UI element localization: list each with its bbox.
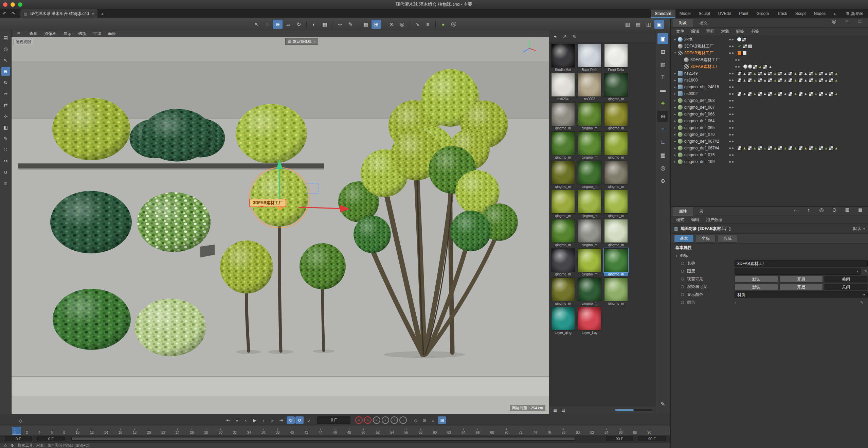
material-thumbnail[interactable]	[551, 248, 575, 272]
pingpong-icon[interactable]: ↺	[295, 416, 304, 424]
uvw-tag-icon[interactable]	[798, 71, 803, 76]
layout-tab[interactable]: Model	[675, 10, 695, 18]
tristate-option[interactable]: 开启	[779, 284, 823, 290]
texture-tag-icon[interactable]: ▲	[814, 92, 818, 96]
load-material-icon[interactable]: ↗	[561, 32, 569, 40]
texture-tag-icon[interactable]: ▲	[824, 78, 828, 83]
attribute-menu-item[interactable]: 模式	[673, 217, 688, 223]
quad-view-icon[interactable]: ⊞	[657, 46, 668, 57]
layout-tab[interactable]: Script	[791, 10, 810, 18]
menu-display[interactable]: 显示	[60, 31, 75, 37]
uvw-tag-icon[interactable]	[809, 71, 813, 76]
object-row[interactable]: ▸qingmo_def_064	[671, 118, 868, 124]
uvw-tag-icon[interactable]	[763, 65, 767, 69]
texture-tag-icon[interactable]: ▲	[763, 78, 767, 83]
visibility-dots[interactable]	[735, 59, 743, 61]
uvw-tag-icon[interactable]	[809, 92, 813, 96]
material-thumbnail[interactable]	[578, 190, 601, 214]
visibility-dots[interactable]	[729, 113, 737, 115]
object-row[interactable]: ▸qingmo_def_063	[671, 97, 868, 104]
range-start-field-2[interactable]: 0 F	[37, 436, 65, 441]
range-scrollbar[interactable]	[71, 437, 575, 441]
material-item[interactable]: Layer_Lay	[577, 307, 602, 335]
texture-tag-icon[interactable]: ▲	[803, 78, 808, 83]
material-item[interactable]: qingmo_m	[550, 102, 576, 130]
object-row[interactable]: ▾3DFAB素材工厂	[671, 50, 868, 56]
menu-icon[interactable]: ≣	[855, 205, 865, 214]
material-item[interactable]: qingmo_m	[577, 131, 602, 159]
uvw-tag-icon[interactable]	[737, 146, 742, 150]
render-queue-icon[interactable]: ▤	[633, 20, 643, 29]
axis-icon[interactable]: ⊹	[1, 112, 10, 121]
render-token-icon[interactable]: ◫	[644, 20, 653, 29]
uvw-tag-icon[interactable]	[737, 71, 742, 76]
object-name[interactable]: 3DFAB素材工厂	[684, 43, 729, 49]
layout-tab[interactable]: Paint	[735, 10, 752, 18]
attribute-tab-active[interactable]: 基本	[674, 235, 694, 243]
visibility-dots[interactable]	[729, 52, 737, 54]
uvw-tag-icon[interactable]	[778, 71, 782, 76]
menu-filter[interactable]: 过滤	[90, 31, 105, 37]
brush-icon[interactable]: ▬	[657, 85, 668, 96]
prev-key-icon[interactable]: «	[233, 416, 241, 424]
go-start-icon[interactable]: ⇤	[224, 416, 232, 424]
visibility-dots[interactable]	[729, 134, 737, 136]
object-name[interactable]: 3DFAB素材工厂	[684, 50, 729, 56]
expand-toggle-icon[interactable]: ▾	[673, 51, 677, 55]
object-menu-item[interactable]: 查看	[703, 29, 718, 34]
visibility-dots[interactable]	[729, 100, 737, 102]
material-item[interactable]: qingmo_m	[577, 248, 602, 276]
keyframe-selection-icon[interactable]: ◇	[412, 416, 420, 424]
object-name[interactable]: 3DFAB素材工厂	[690, 64, 735, 70]
tile-grid-icon[interactable]: ▦	[361, 20, 370, 29]
texture-tag-icon[interactable]: ▲	[753, 92, 757, 96]
material-thumbnail[interactable]	[551, 219, 575, 243]
record-parameter-icon[interactable]: •	[399, 416, 407, 424]
uvw-tag-icon[interactable]	[758, 146, 762, 150]
material-thumbnail[interactable]	[604, 73, 628, 97]
workplane-icon[interactable]: ◧	[1, 123, 10, 132]
texture-tag-icon[interactable]: ▲	[758, 65, 762, 69]
text-tool-icon[interactable]: T	[657, 72, 668, 83]
texture-tag-icon[interactable]: ▲	[773, 92, 777, 96]
tab-attributes[interactable]: 属性	[673, 207, 693, 216]
visibility-dots[interactable]	[729, 120, 737, 122]
texture-tag-icon[interactable]: ▲	[753, 78, 757, 83]
uvw-tag-icon[interactable]	[758, 71, 762, 76]
object-name[interactable]: qingmo_def_064	[684, 119, 729, 123]
expand-toggle-icon[interactable]: ▸	[673, 38, 677, 41]
menu-camera[interactable]: 摄像机	[41, 31, 60, 37]
material-item[interactable]: qingmo_m	[577, 219, 602, 247]
material-item[interactable]: qingmo_m	[550, 248, 576, 276]
material-item[interactable]: qingmo_m	[577, 277, 602, 305]
uvw-tag-icon[interactable]	[737, 78, 742, 83]
material-thumbnail[interactable]	[578, 307, 601, 330]
material-thumbnail[interactable]	[551, 190, 575, 214]
tag-icon[interactable]	[742, 51, 747, 55]
object-name[interactable]: qingmo_def_065	[684, 125, 729, 130]
back-icon[interactable]: ←	[791, 205, 800, 214]
object-name[interactable]: qingmo_def_015	[684, 153, 729, 157]
material-item[interactable]: qingmo_m	[577, 102, 602, 130]
attribute-tab-button[interactable]: 坐标	[696, 235, 716, 243]
uvw-tag-icon[interactable]	[747, 92, 752, 96]
material-thumbnail[interactable]	[604, 277, 628, 301]
range-start-field[interactable]: 0 F	[5, 436, 32, 441]
texture-tag-icon[interactable]: ▲	[773, 71, 777, 76]
search-scene-icon[interactable]: ◎	[657, 162, 668, 173]
expand-toggle-icon[interactable]: ▸	[673, 146, 677, 150]
live-selection-icon[interactable]: ↖	[252, 20, 261, 29]
visibility-dots[interactable]	[729, 73, 737, 74]
attribute-tab-button[interactable]: 合成	[718, 235, 737, 243]
gear-icon[interactable]: ⊛	[387, 20, 396, 29]
texture-tag-icon[interactable]: ▲	[834, 146, 838, 150]
menu-icon[interactable]: ≣	[855, 17, 865, 26]
move-tool-icon[interactable]: ⊕	[1, 67, 10, 76]
snap-key-icon[interactable]: ⊞	[438, 416, 446, 424]
record-position-icon[interactable]: •	[373, 416, 380, 424]
object-name[interactable]: qingmo_def_066	[684, 112, 729, 117]
texture-tag-icon[interactable]: ▲	[803, 146, 808, 150]
uvw-tag-icon[interactable]	[758, 78, 762, 83]
single-view-icon[interactable]: ▣	[657, 33, 668, 44]
record-rotation-icon[interactable]: •	[391, 416, 398, 424]
